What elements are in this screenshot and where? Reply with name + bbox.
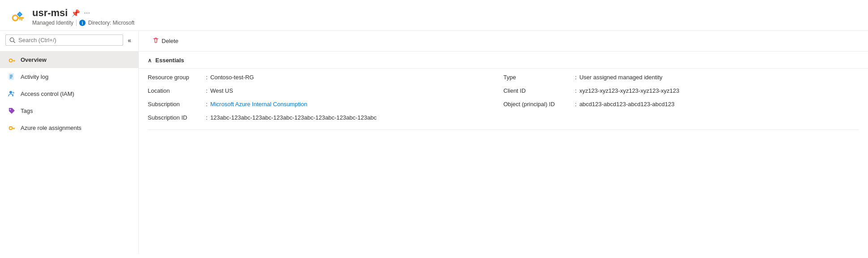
resource-group-value: Contoso-test-RG: [210, 74, 254, 81]
location-value: West US: [210, 87, 233, 94]
essentials-divider: [148, 129, 859, 130]
more-options-icon[interactable]: ···: [84, 9, 90, 17]
resource-title: usr-msi: [32, 7, 68, 19]
chevron-up-icon[interactable]: ∧: [148, 57, 152, 64]
sidebar-item-overview-label: Overview: [21, 56, 47, 63]
sidebar: « Overview: [0, 31, 139, 253]
subscription-id-row: Subscription ID : 123abc-123abc-123abc-1…: [148, 114, 504, 124]
subtitle-divider: [76, 20, 77, 26]
type-label: Type: [504, 74, 575, 81]
type-row: Type : User assigned managed identity: [504, 74, 859, 84]
svg-point-19: [9, 91, 12, 94]
object-id-value: abcd123-abcd123-abcd123-abcd123: [579, 101, 675, 108]
subscription-value[interactable]: Microsoft Azure Internal Consumption: [210, 101, 308, 108]
collapse-sidebar-button[interactable]: «: [126, 35, 133, 46]
search-input[interactable]: [18, 37, 119, 43]
object-id-row: Object (principal) ID : abcd123-abcd123-…: [504, 101, 859, 111]
svg-rect-13: [14, 61, 15, 62]
essentials-section-header: ∧ Essentials: [139, 52, 868, 69]
search-icon: [9, 37, 16, 43]
sidebar-item-overview[interactable]: Overview: [0, 51, 138, 68]
client-id-label: Client ID: [504, 87, 575, 94]
directory-label: Directory: Microsoft: [88, 20, 134, 26]
object-id-label: Object (principal) ID: [504, 101, 575, 108]
svg-point-21: [10, 109, 11, 110]
azure-role-icon: [7, 123, 16, 132]
main-layout: « Overview: [0, 31, 868, 253]
svg-rect-14: [13, 61, 14, 62]
client-id-value: xyz123-xyz123-xyz123-xyz123-xyz123: [579, 87, 679, 94]
resource-subtitle: Managed Identity i Directory: Microsoft: [32, 20, 134, 26]
essentials-grid: Resource group : Contoso-test-RG Locatio…: [139, 69, 868, 129]
delete-icon: [153, 37, 159, 45]
type-separator: :: [575, 74, 577, 81]
svg-rect-3: [17, 17, 24, 19]
essentials-title: Essentials: [155, 57, 184, 64]
resource-group-row: Resource group : Contoso-test-RG: [148, 74, 504, 84]
page-header: usr-msi 📌 ··· Managed Identity i Directo…: [0, 0, 868, 31]
location-label: Location: [148, 87, 206, 94]
sidebar-item-access-control-label: Access control (IAM): [21, 90, 74, 97]
sidebar-item-activity-log-label: Activity log: [21, 73, 48, 80]
tags-icon: [7, 106, 16, 115]
svg-rect-24: [12, 128, 15, 129]
svg-rect-25: [14, 129, 15, 129]
header-text-group: usr-msi 📌 ··· Managed Identity i Directo…: [32, 7, 134, 26]
subscription-id-label: Subscription ID: [148, 114, 206, 121]
subscription-id-value: 123abc-123abc-123abc-123abc-123abc-123ab…: [210, 114, 377, 121]
object-id-separator: :: [575, 101, 577, 108]
client-id-separator: :: [575, 87, 577, 94]
resource-icon: [9, 8, 27, 26]
location-row: Location : West US: [148, 87, 504, 97]
subscription-row: Subscription : Microsoft Azure Internal …: [148, 101, 504, 111]
sidebar-item-azure-role-assignments[interactable]: Azure role assignments: [0, 119, 138, 136]
nav-list: Overview Activity log: [0, 49, 138, 138]
sidebar-item-tags-label: Tags: [21, 108, 33, 114]
svg-point-20: [13, 92, 14, 94]
access-control-icon: [7, 89, 16, 98]
subscription-separator: :: [206, 101, 208, 108]
sidebar-item-activity-log[interactable]: Activity log: [0, 68, 138, 85]
essentials-left-column: Resource group : Contoso-test-RG Locatio…: [148, 74, 504, 124]
search-box[interactable]: [5, 34, 123, 46]
delete-button[interactable]: Delete: [148, 34, 184, 47]
svg-point-11: [10, 60, 12, 61]
svg-line-9: [13, 41, 15, 43]
client-id-row: Client ID : xyz123-xyz123-xyz123-xyz123-…: [504, 87, 859, 97]
activity-log-icon: [7, 72, 16, 81]
svg-rect-12: [12, 60, 15, 61]
toolbar: Delete: [139, 31, 868, 52]
svg-point-2: [13, 16, 17, 20]
resource-group-label: Resource group: [148, 74, 206, 81]
svg-rect-4: [21, 19, 22, 21]
pin-icon[interactable]: 📌: [71, 9, 80, 17]
essentials-right-column: Type : User assigned managed identity Cl…: [504, 74, 859, 124]
subscription-id-separator: :: [206, 114, 208, 121]
svg-rect-5: [19, 19, 21, 20]
overview-icon: [7, 55, 16, 64]
info-icon[interactable]: i: [79, 20, 86, 26]
sidebar-item-access-control[interactable]: Access control (IAM): [0, 85, 138, 102]
search-container: «: [0, 31, 138, 49]
subscription-label: Subscription: [148, 101, 206, 108]
managed-identity-label: Managed Identity: [32, 20, 73, 26]
svg-point-23: [10, 127, 12, 129]
resource-group-separator: :: [206, 74, 208, 81]
type-value: User assigned managed identity: [579, 74, 663, 81]
sidebar-item-azure-role-assignments-label: Azure role assignments: [21, 125, 81, 131]
svg-rect-26: [13, 129, 14, 129]
sidebar-item-tags[interactable]: Tags: [0, 102, 138, 119]
location-separator: :: [206, 87, 208, 94]
content-area: Delete ∧ Essentials Resource group : Con…: [139, 31, 868, 253]
delete-label: Delete: [162, 38, 179, 44]
